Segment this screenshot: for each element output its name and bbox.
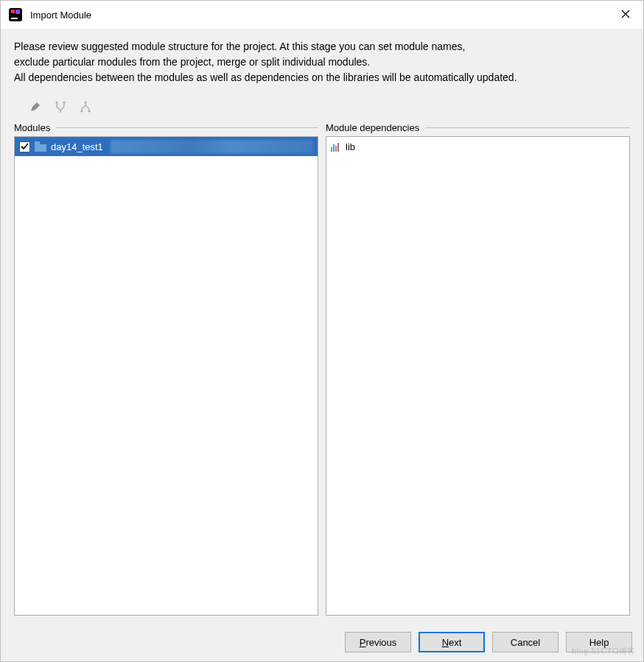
toolbar — [14, 99, 630, 118]
svg-point-5 — [63, 101, 65, 103]
modules-label: Modules — [14, 122, 55, 133]
svg-point-4 — [55, 101, 57, 103]
svg-rect-2 — [11, 18, 18, 19]
dependencies-panel: Module dependencies lib — [326, 122, 630, 616]
library-icon — [331, 141, 341, 152]
description-text: Please review suggested module structure… — [14, 39, 630, 85]
next-button[interactable]: Next — [419, 632, 485, 652]
desc-line-1: Please review suggested module structure… — [14, 39, 630, 54]
label-line — [56, 127, 318, 128]
module-name: day14_test1 — [51, 141, 103, 152]
cancel-button[interactable]: Cancel — [492, 632, 559, 652]
help-button[interactable]: Help — [566, 632, 632, 652]
close-button[interactable] — [615, 7, 636, 24]
svg-rect-1 — [11, 10, 15, 13]
dialog-content: Please review suggested module structure… — [1, 29, 643, 624]
folder-icon — [35, 141, 46, 152]
edit-icon[interactable] — [29, 100, 42, 113]
svg-rect-3 — [15, 10, 20, 14]
modules-panel: Modules day14_test1 — [14, 122, 318, 616]
dependency-row[interactable]: lib — [326, 137, 629, 156]
dependencies-list[interactable]: lib — [326, 136, 630, 616]
svg-point-8 — [88, 110, 90, 112]
label-line — [425, 127, 630, 128]
desc-line-3: All dependencies between the modules as … — [14, 70, 630, 85]
titlebar: Import Module — [1, 1, 643, 29]
svg-point-7 — [80, 110, 83, 112]
dependency-name: lib — [346, 141, 355, 152]
previous-button[interactable]: Previous — [345, 632, 411, 652]
app-icon — [8, 7, 23, 22]
merge-icon[interactable] — [54, 100, 67, 113]
window-title: Import Module — [30, 10, 91, 21]
button-bar: Previous Next Cancel Help — [1, 624, 643, 661]
modules-label-row: Modules — [14, 122, 318, 133]
svg-point-6 — [84, 101, 86, 103]
redacted-path — [111, 140, 313, 153]
split-icon[interactable] — [79, 100, 92, 113]
dependencies-label-row: Module dependencies — [326, 122, 630, 133]
module-row[interactable]: day14_test1 — [15, 137, 318, 156]
svg-rect-9 — [35, 141, 40, 144]
desc-line-2: exclude particular modules from the proj… — [14, 54, 630, 70]
dependencies-label: Module dependencies — [326, 122, 424, 133]
panels: Modules day14_test1 Module dependen — [14, 122, 630, 616]
module-checkbox[interactable] — [19, 141, 30, 152]
modules-list[interactable]: day14_test1 — [14, 136, 318, 616]
